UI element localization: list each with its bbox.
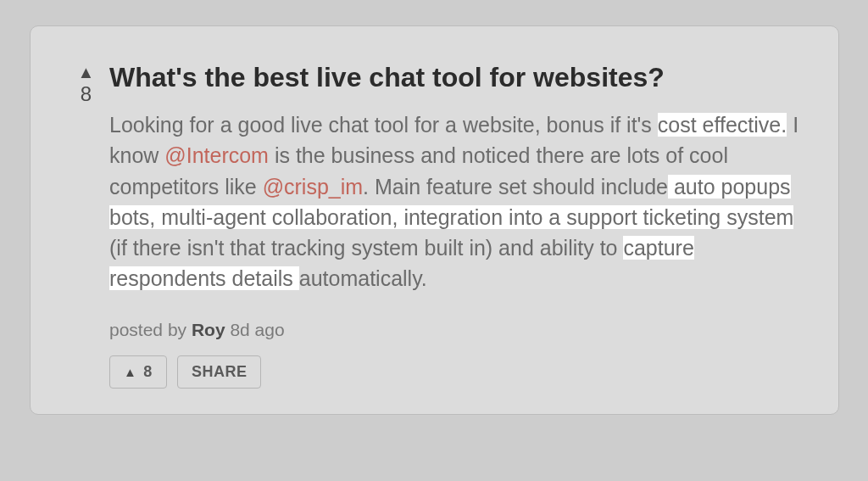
body-text: automatically.	[299, 266, 427, 290]
vote-column: ▲ 8	[63, 60, 109, 106]
post-title: What's the best live chat tool for websi…	[109, 60, 806, 94]
upvote-button[interactable]: ▲ 8	[109, 355, 167, 389]
upvote-icon[interactable]: ▲	[63, 64, 109, 81]
meta-prefix: posted by	[109, 320, 192, 339]
share-button-label: SHARE	[192, 363, 248, 381]
post-row: ▲ 8 What's the best live chat tool for w…	[63, 60, 806, 389]
highlight-phrase: cost effective.	[658, 113, 787, 137]
post-card: ▲ 8 What's the best live chat tool for w…	[30, 25, 839, 415]
post-body: Looking for a good live chat tool for a …	[109, 109, 806, 294]
post-meta: posted by Roy 8d ago	[109, 320, 806, 340]
post-author[interactable]: Roy	[192, 320, 225, 339]
meta-when: 8d ago	[225, 320, 285, 339]
post-content: What's the best live chat tool for websi…	[109, 60, 806, 389]
share-button[interactable]: SHARE	[177, 355, 262, 389]
upvote-button-count: 8	[143, 363, 153, 381]
mention-crisp[interactable]: @crisp_im	[263, 175, 363, 199]
body-text: (if there isn't that tracking system bui…	[109, 236, 623, 260]
body-text: Looking for a good live chat tool for a …	[109, 113, 658, 137]
mention-intercom[interactable]: @Intercom	[164, 143, 269, 167]
upvote-icon: ▲	[124, 366, 136, 378]
vote-count: 8	[63, 82, 109, 106]
post-actions: ▲ 8 SHARE	[109, 355, 806, 389]
body-text: . Main feature set should include	[363, 175, 668, 199]
